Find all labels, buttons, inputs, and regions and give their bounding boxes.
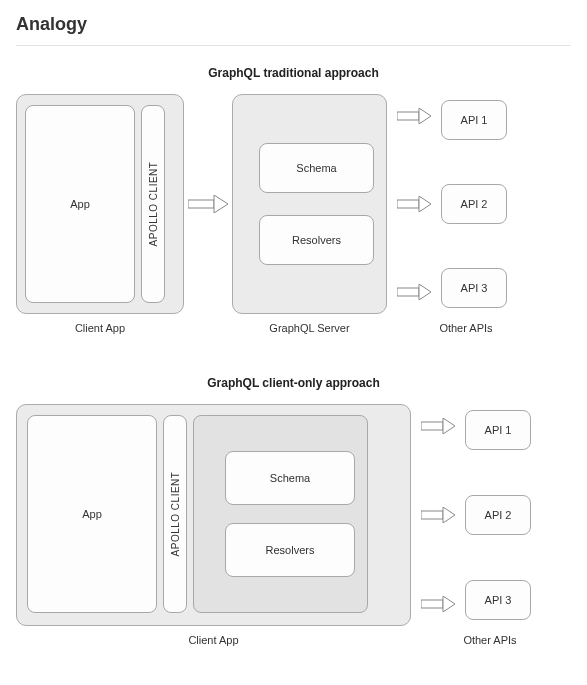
api-column: API 1 API 2 API 3 [441,94,507,314]
graphql-server-caption: GraphQL Server [232,322,387,334]
svg-marker-13 [443,596,455,612]
client-app-container-2: App APOLLO CLIENT Schema Resolvers [16,404,411,626]
svg-rect-2 [397,112,419,120]
client-app-caption: Client App [16,322,184,334]
api2-label: API 2 [461,198,488,210]
api1-label: API 1 [461,114,488,126]
resolvers-box-2: Resolvers [225,523,355,577]
resolvers-label: Resolvers [292,234,341,246]
client-app-caption-2: Client App [16,634,411,646]
api3-box-2: API 3 [465,580,531,620]
svg-rect-8 [421,422,443,430]
arrow2-to-api1 [421,418,455,434]
resolvers-label-2: Resolvers [266,544,315,556]
api2-label-2: API 2 [485,509,512,521]
api3-box: API 3 [441,268,507,308]
app-box: App [25,105,135,303]
resolvers-box: Resolvers [259,215,374,265]
apollo-client-label: APOLLO CLIENT [148,162,159,247]
client-app-container: App APOLLO CLIENT [16,94,184,314]
page-title: Analogy [16,14,571,46]
apollo-client-label-2: APOLLO CLIENT [170,472,181,557]
api1-box-2: API 1 [465,410,531,450]
api2-box: API 2 [441,184,507,224]
api3-label-2: API 3 [485,594,512,606]
apollo-client-box: APOLLO CLIENT [141,105,165,303]
svg-marker-3 [419,108,431,124]
graphql-server-container: Schema Resolvers [232,94,387,314]
arrow-to-api2 [397,196,431,212]
other-apis-caption: Other APIs [433,322,499,334]
svg-marker-1 [214,195,228,213]
schema-label: Schema [296,162,336,174]
api3-label: API 3 [461,282,488,294]
app-box-2: App [27,415,157,613]
arrow2-to-api3 [421,596,455,612]
section2-title: GraphQL client-only approach [16,376,571,390]
section1-title: GraphQL traditional approach [16,66,571,80]
schema-box: Schema [259,143,374,193]
other-apis-caption-2: Other APIs [457,634,523,646]
svg-rect-12 [421,600,443,608]
apollo-client-box-2: APOLLO CLIENT [163,415,187,613]
svg-marker-7 [419,284,431,300]
arrow-client-to-server [188,195,228,213]
api-column-2: API 1 API 2 API 3 [465,404,531,626]
app-label: App [70,198,90,210]
embedded-server-container: Schema Resolvers [193,415,368,613]
svg-marker-11 [443,507,455,523]
arrow-to-api1 [397,108,431,124]
diagram-traditional: GraphQL traditional approach App APOLLO … [16,66,571,334]
svg-marker-5 [419,196,431,212]
app-label-2: App [82,508,102,520]
svg-marker-9 [443,418,455,434]
svg-rect-0 [188,200,214,208]
api2-box-2: API 2 [465,495,531,535]
diagram-client-only: GraphQL client-only approach App APOLLO … [16,376,571,646]
arrow2-to-api2 [421,507,455,523]
api1-box: API 1 [441,100,507,140]
svg-rect-6 [397,288,419,296]
svg-rect-10 [421,511,443,519]
api1-label-2: API 1 [485,424,512,436]
schema-box-2: Schema [225,451,355,505]
arrow-to-api3 [397,284,431,300]
svg-rect-4 [397,200,419,208]
schema-label-2: Schema [270,472,310,484]
